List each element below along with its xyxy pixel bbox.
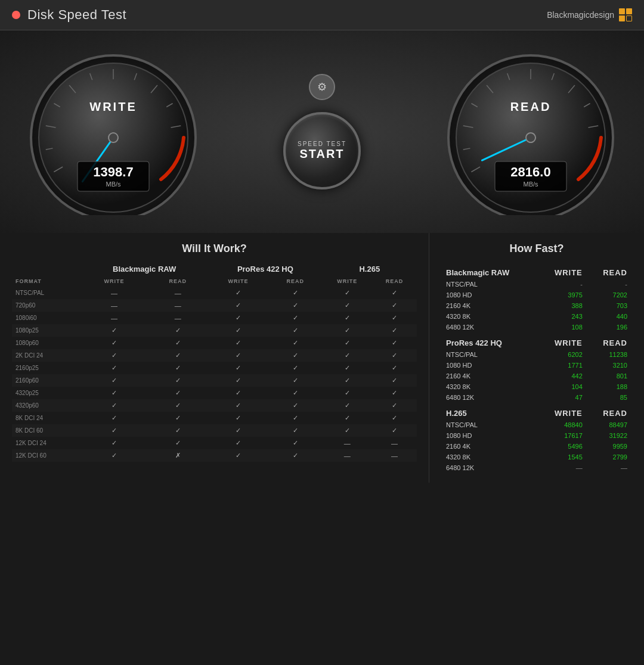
braw-read-header: READ	[148, 276, 208, 287]
check-cell: ✗	[148, 449, 208, 462]
speed-codec-header: Blackmagic RAW WRITE READ	[441, 262, 632, 279]
speed-row-label: 6480 12K	[441, 462, 538, 473]
table-row: 2160p60✓✓✓✓✓✓	[12, 374, 417, 387]
table-row: 1080p60✓✓✓✓✓✓	[12, 337, 417, 349]
check-cell: ✓	[208, 374, 268, 387]
check-cell: ✓	[208, 362, 268, 374]
write-label: WRITE	[89, 100, 137, 113]
speed-codec-name: ProRes 422 HQ	[441, 332, 538, 349]
speed-row-label: 2160 4K	[441, 371, 538, 381]
check-cell: ✓	[268, 299, 323, 312]
check-cell: ✓	[323, 349, 372, 362]
prores-read-header: READ	[268, 276, 323, 287]
format-header	[12, 262, 80, 276]
check-cell: ✓	[268, 449, 323, 462]
table-row: 1080p25✓✓✓✓✓✓	[12, 324, 417, 337]
speed-codec-name: Blackmagic RAW	[441, 262, 538, 279]
speed-read-val: -	[587, 279, 632, 290]
read-unit: MB/s	[523, 181, 538, 188]
brand-area: Blackmagicdesign	[547, 8, 632, 21]
speed-row-label: 1080 HD	[441, 430, 538, 441]
check-cell: ✓	[208, 349, 268, 362]
how-fast-title: How Fast?	[441, 243, 632, 255]
settings-button[interactable]: ⚙	[309, 74, 335, 100]
table-row: 12K DCI 24✓✓✓✓——	[12, 437, 417, 449]
check-cell: ✓	[80, 387, 147, 399]
speed-write-val: -	[538, 279, 587, 290]
speed-read-val: 31922	[587, 430, 632, 441]
check-cell: ✓	[148, 324, 208, 337]
check-cell: ✓	[268, 412, 323, 424]
speed-row: 2160 4K 5496 9959	[441, 441, 632, 452]
check-cell: ✓	[80, 337, 147, 349]
center-controls: ⚙ SPEED TEST START	[283, 74, 361, 189]
check-cell: ✓	[148, 399, 208, 412]
format-cell: 1080p25	[12, 324, 80, 337]
speed-read-val: 11238	[587, 349, 632, 360]
check-cell: ✓	[372, 362, 417, 374]
speed-row-label: 4320 8K	[441, 381, 538, 392]
table-row: 2160p25✓✓✓✓✓✓	[12, 362, 417, 374]
table-row: 2K DCI 24✓✓✓✓✓✓	[12, 349, 417, 362]
close-button[interactable]	[12, 11, 20, 19]
check-cell: ✓	[268, 349, 323, 362]
check-cell: ✓	[148, 362, 208, 374]
title-bar: Disk Speed Test Blackmagicdesign	[0, 0, 644, 30]
check-cell: —	[323, 437, 372, 449]
h265-read-header: READ	[372, 276, 417, 287]
check-cell: ✓	[323, 424, 372, 437]
speed-row: 2160 4K 442 801	[441, 371, 632, 381]
table-row: NTSC/PAL——✓✓✓✓	[12, 287, 417, 299]
check-cell: ✓	[208, 287, 268, 299]
speed-row: 1080 HD 1771 3210	[441, 360, 632, 371]
speed-write-val: 388	[538, 300, 587, 311]
speed-write-val: 6202	[538, 349, 587, 360]
check-cell: ✓	[323, 387, 372, 399]
check-cell: —	[372, 437, 417, 449]
speed-write-val: 48840	[538, 419, 587, 430]
check-cell: ✓	[372, 337, 417, 349]
prores-write-header: WRITE	[208, 276, 268, 287]
check-cell: ✓	[208, 437, 268, 449]
speed-row: 4320 8K 243 440	[441, 311, 632, 322]
format-cell: 2160p60	[12, 374, 80, 387]
codec-table: Blackmagic RAW ProRes 422 HQ H.265 FORMA…	[12, 262, 417, 462]
braw-write-header: WRITE	[80, 276, 147, 287]
logo-sq-2	[626, 8, 632, 14]
table-row: 8K DCI 24✓✓✓✓✓✓	[12, 412, 417, 424]
check-cell: ✓	[268, 399, 323, 412]
check-cell: ✓	[372, 324, 417, 337]
speed-row: 4320 8K 1545 2799	[441, 452, 632, 462]
check-cell: ✓	[80, 412, 147, 424]
speed-row-label: NTSC/PAL	[441, 279, 538, 290]
speed-row-label: 6480 12K	[441, 322, 538, 332]
check-cell: ✓	[372, 424, 417, 437]
check-cell: ✓	[268, 387, 323, 399]
check-cell: ✓	[148, 412, 208, 424]
logo-sq-1	[619, 8, 625, 14]
speed-read-val: 7202	[587, 290, 632, 300]
speed-read-val: —	[587, 462, 632, 473]
check-cell: —	[372, 449, 417, 462]
check-cell: ✓	[148, 387, 208, 399]
format-cell: 8K DCI 24	[12, 412, 80, 424]
speed-row: NTSC/PAL 48840 88497	[441, 419, 632, 430]
speed-read-val: 88497	[587, 419, 632, 430]
check-cell: ✓	[323, 337, 372, 349]
speed-row-label: NTSC/PAL	[441, 349, 538, 360]
will-it-work-panel: Will It Work? Blackmagic RAW ProRes 422 …	[0, 233, 429, 483]
check-cell: —	[148, 299, 208, 312]
braw-header: Blackmagic RAW	[80, 262, 208, 276]
check-cell: ✓	[80, 437, 147, 449]
write-gauge-svg: WRITE 1398.7 MB/s	[24, 48, 203, 215]
app-title: Disk Speed Test	[27, 7, 126, 23]
check-cell: ✓	[208, 412, 268, 424]
speed-read-val: 3210	[587, 360, 632, 371]
read-col-header: READ	[587, 262, 632, 279]
check-cell: ✓	[372, 349, 417, 362]
start-button[interactable]: SPEED TEST START	[283, 112, 361, 189]
check-cell: ✓	[268, 324, 323, 337]
check-cell: ✓	[372, 299, 417, 312]
table-row: 8K DCI 60✓✓✓✓✓✓	[12, 424, 417, 437]
format-cell: 12K DCI 24	[12, 437, 80, 449]
